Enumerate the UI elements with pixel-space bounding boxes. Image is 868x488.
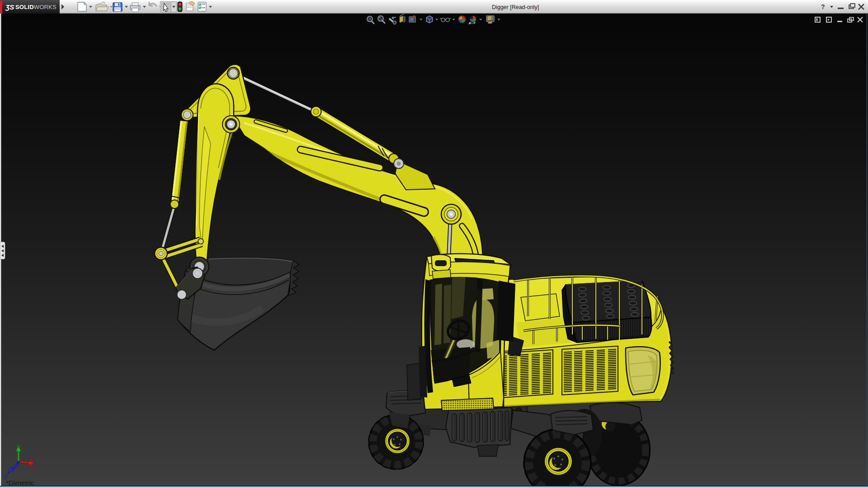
svg-text:?: ?: [821, 3, 825, 10]
svg-text:*Dimetric: *Dimetric: [6, 479, 34, 487]
svg-text:Digger [Read-only]: Digger [Read-only]: [492, 4, 539, 10]
svg-text:SOLIDWORKS: SOLIDWORKS: [15, 4, 57, 10]
svg-text:ƷS: ƷS: [5, 3, 14, 11]
